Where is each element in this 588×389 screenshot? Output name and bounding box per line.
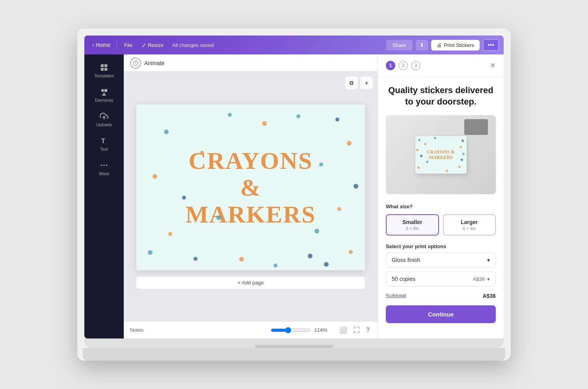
right-panel: 1 2 3 ✕ Quality stickers delivered to yo… [378,54,504,339]
fullscreen-button[interactable]: ⛶ [352,325,361,335]
mockup-device [464,119,488,135]
svg-point-24 [434,137,436,139]
svg-point-14 [424,143,426,145]
continue-button[interactable]: Continue [386,305,496,323]
canvas-dot [308,254,313,258]
add-icon: + [365,80,368,86]
preview-image: CRAYONS &MARKERS [386,115,496,194]
animate-bar: Animate [124,54,378,72]
copies-label: 50 copies [392,276,415,282]
print-stickers-button[interactable]: 🖨 Print Stickers [431,40,480,50]
top-bar-right: Share ⬇ 🖨 Print Stickers ••• [386,39,499,51]
zoom-slider[interactable] [271,327,310,333]
download-button[interactable]: ⬇ [416,40,428,50]
help-button[interactable]: ? [365,325,371,335]
canvas-area: Animate ⧉ + CRAYONS [124,54,378,339]
laptop-frame: ‹ Home File ⤢ Resize All changes saved S… [77,28,511,361]
size-larger-dim: 6 × 4in [448,226,491,231]
svg-point-13 [418,139,421,141]
sidebar-item-elements[interactable]: Elements [88,84,120,107]
add-page-button[interactable]: + Add page [136,277,365,289]
notes-label[interactable]: Notes [130,327,143,333]
sidebar-item-templates[interactable]: Templates [88,59,120,82]
canvas-dot [153,174,157,179]
preview-mockup: CRAYONS &MARKERS [386,115,496,194]
copy-page-button[interactable]: ⧉ [345,77,358,89]
add-element-button[interactable]: + [360,77,373,89]
sidebar-item-more[interactable]: More [88,157,120,180]
uploads-icon [100,112,108,121]
resize-button[interactable]: ⤢ Resize [138,41,167,50]
svg-rect-3 [104,68,107,71]
svg-point-23 [458,166,461,168]
svg-point-10 [103,165,105,166]
panel-close-button[interactable]: ✕ [490,61,496,70]
copy-icon: ⧉ [350,80,354,86]
uploads-label: Uploads [96,122,112,127]
canvas-dot [347,141,352,146]
size-larger-name: Larger [448,219,491,225]
canvas-title: CRAYONS & MARKERS [186,147,316,228]
subtotal-label: Subtotal [386,293,406,299]
laptop-screen: ‹ Home File ⤢ Resize All changes saved S… [84,36,504,339]
svg-rect-1 [104,64,107,67]
canvas-dot [296,114,300,118]
finish-option-label: Gloss finish [392,257,420,263]
svg-text:T: T [101,137,105,144]
keyboard [83,348,505,361]
saved-status: All changes saved [172,42,214,48]
file-menu-button[interactable]: File [120,41,136,50]
canvas-dot [324,262,329,267]
more-label: More [99,171,109,176]
sidebar-item-text[interactable]: T Text [88,133,120,155]
design-canvas[interactable]: CRAYONS & MARKERS [136,105,365,270]
size-smaller[interactable]: Smaller 3 × 2in [386,214,439,236]
svg-point-22 [461,159,463,161]
svg-point-11 [106,165,108,166]
step-3: 3 [411,61,421,70]
more-options-button[interactable]: ••• [483,39,499,51]
animate-label[interactable]: Animate [144,60,164,66]
resize-label: Resize [148,42,164,48]
animate-icon [130,58,141,69]
title-line1: CRAYONS & [186,147,316,200]
canvas-dot [239,257,244,262]
copies-chevron-icon: ▾ [487,276,490,282]
canvas-dot [182,196,186,200]
page-indicator-button[interactable]: ⬜ [338,325,349,335]
step-indicators: 1 2 3 [386,61,421,70]
canvas-dot [354,184,358,189]
svg-rect-2 [101,68,104,71]
text-icon: T [100,137,108,145]
canvas-dot [262,121,267,126]
main-layout: Templates Elements Upl [84,54,504,339]
bottom-icons: ⬜ ⛶ ? [338,325,371,335]
panel-content: Quality stickers delivered to your doors… [378,77,504,339]
canvas-dot [314,229,319,234]
size-smaller-name: Smaller [391,219,434,225]
finish-dropdown[interactable]: Gloss finish ▾ [386,252,496,267]
more-label: ••• [488,41,494,48]
top-bar: ‹ Home File ⤢ Resize All changes saved S… [84,36,504,54]
canvas-dot [168,232,172,236]
canvas-dot [274,264,277,267]
svg-rect-0 [101,64,104,67]
top-bar-left: ‹ Home File ⤢ Resize All changes saved [89,40,214,50]
canvas-dot [148,250,153,255]
panel-header: 1 2 3 ✕ [378,54,504,77]
expand-icon: ⛶ [354,327,360,333]
sidebar-item-uploads[interactable]: Uploads [88,108,120,131]
home-button[interactable]: ‹ Home [89,40,114,50]
share-button[interactable]: Share [386,40,413,50]
size-larger[interactable]: Larger 6 × 4in [443,214,496,236]
size-options: Smaller 3 × 2in Larger 6 × 4in [386,214,496,236]
svg-point-21 [462,153,465,155]
svg-rect-5 [104,89,107,92]
svg-point-4 [101,89,104,92]
svg-point-9 [101,165,102,166]
canvas-tools: ⧉ + [345,77,373,89]
copies-dropdown[interactable]: 50 copies A$36 ▾ [386,271,496,286]
print-options-label: Select your print options [386,243,496,249]
copies-price: A$36 [473,276,485,282]
canvas-dot [164,129,169,134]
